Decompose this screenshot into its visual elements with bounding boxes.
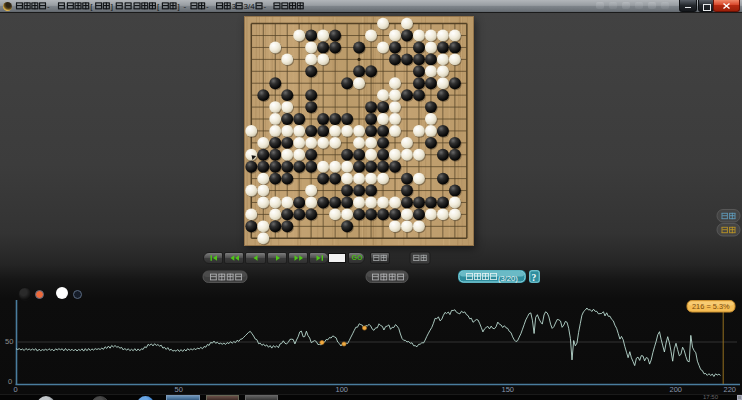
- svg-text:200: 200: [670, 385, 683, 394]
- svg-text:150: 150: [502, 385, 515, 394]
- svg-text:50: 50: [175, 385, 183, 394]
- svg-text:100: 100: [336, 385, 349, 394]
- svg-text:0: 0: [14, 385, 18, 394]
- svg-text:220: 220: [724, 385, 737, 394]
- svg-text:?: ?: [532, 273, 537, 283]
- svg-text:0: 0: [8, 377, 12, 386]
- svg-text:216 = 5.3%: 216 = 5.3%: [692, 302, 730, 311]
- svg-text:(3/20): (3/20): [498, 274, 518, 283]
- svg-text:50: 50: [5, 337, 13, 346]
